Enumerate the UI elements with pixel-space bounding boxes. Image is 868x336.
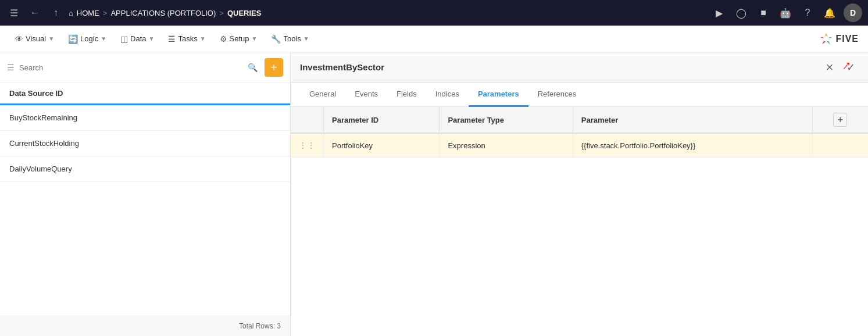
sidebar: ☰ 🔍 + Data Source ID BuyStockRemaining C…: [0, 52, 291, 336]
panel-header: InvestmentBySector × ✓: [291, 52, 868, 83]
stop-icon[interactable]: ■: [755, 5, 771, 21]
robot-icon[interactable]: 🤖: [777, 5, 794, 21]
grid-icon: ◫: [120, 34, 128, 44]
five-logo-icon: [819, 32, 833, 46]
tab-fields[interactable]: Fields: [387, 83, 426, 107]
top-nav: ☰ ← ↑ ⌂ HOME > APPLICATIONS (PORTFOLIO) …: [0, 0, 868, 26]
tabs-bar: General Events Fields Indices Parameters…: [291, 83, 868, 107]
five-logo-text: FIVE: [835, 34, 859, 44]
tools-chevron: ▼: [303, 35, 309, 42]
nav-tasks[interactable]: ☰ Tasks ▼: [162, 31, 211, 47]
nav-tools[interactable]: 🔧 Tools ▼: [265, 31, 315, 47]
eye-icon: 👁: [15, 34, 23, 44]
col-parameter: Parameter: [573, 107, 812, 133]
data-chevron: ▼: [149, 35, 155, 42]
nav-visual-label: Visual: [26, 34, 46, 43]
second-nav: 👁 Visual ▼ 🔄 Logic ▼ ◫ Data ▼ ☰ Tasks ▼ …: [0, 26, 868, 52]
nav-tasks-label: Tasks: [178, 34, 197, 43]
drag-handle-icon[interactable]: ⋮⋮: [299, 141, 315, 150]
tools-icon: 🔧: [271, 34, 281, 44]
row-action-cell: [812, 133, 868, 158]
right-panel: InvestmentBySector × ✓ ↑ General Events …: [291, 52, 868, 336]
nav-data-label: Data: [130, 34, 146, 43]
list-item[interactable]: DailyVolumeQuery: [0, 156, 290, 182]
sidebar-search-bar: ☰ 🔍 +: [0, 52, 290, 83]
gear-icon: ⚙: [220, 34, 227, 44]
logic-icon: 🔄: [68, 34, 78, 44]
nav-tools-label: Tools: [283, 34, 301, 43]
menu-icon[interactable]: ☰: [6, 5, 22, 21]
panel-title: InvestmentBySector: [300, 62, 821, 72]
add-row-button[interactable]: +: [833, 113, 847, 127]
tab-events[interactable]: Events: [345, 83, 387, 107]
nav-setup[interactable]: ⚙ Setup ▼: [214, 31, 263, 47]
main-area: ☰ 🔍 + Data Source ID BuyStockRemaining C…: [0, 52, 868, 336]
sidebar-footer: Total Rows: 3: [0, 316, 290, 336]
top-right-icons: ▶ ◯ ■ 🤖 ? 🔔 D: [711, 3, 862, 22]
list-item[interactable]: CurrentStockHolding: [0, 131, 290, 156]
search-icon[interactable]: 🔍: [248, 63, 258, 72]
table-row[interactable]: ⋮⋮ PortfolioKey Expression {{five.stack.…: [291, 133, 868, 158]
search-input[interactable]: [19, 63, 243, 72]
sidebar-list: BuyStockRemaining CurrentStockHolding Da…: [0, 105, 290, 316]
parameter-value-cell[interactable]: {{five.stack.Portfolio.PortfolioKey}}: [573, 133, 812, 158]
breadcrumb: ⌂ HOME > APPLICATIONS (PORTFOLIO) > QUER…: [69, 9, 706, 17]
drag-cell: ⋮⋮: [291, 133, 324, 158]
avatar[interactable]: D: [844, 3, 862, 22]
home-icon: ⌂: [69, 9, 73, 17]
col-parameter-type: Parameter Type: [440, 107, 573, 133]
tab-parameters[interactable]: Parameters: [469, 83, 528, 107]
back-icon[interactable]: ←: [27, 5, 43, 21]
table-area: Parameter ID Parameter Type Parameter + …: [291, 107, 868, 336]
setup-chevron: ▼: [252, 35, 258, 42]
nav-logic[interactable]: 🔄 Logic ▼: [62, 31, 112, 47]
parameter-type-cell[interactable]: Expression: [440, 133, 573, 158]
visual-chevron: ▼: [48, 35, 54, 42]
panel-actions: × ✓: [821, 59, 859, 76]
filter-icon: ☰: [7, 63, 15, 72]
breadcrumb-sep2: >: [219, 9, 224, 17]
nav-data[interactable]: ◫ Data ▼: [115, 31, 160, 47]
table-header-row: Parameter ID Parameter Type Parameter +: [291, 107, 868, 133]
list-item[interactable]: BuyStockRemaining: [0, 105, 290, 131]
tasks-icon: ☰: [168, 34, 176, 44]
play-icon[interactable]: ▶: [711, 5, 727, 21]
nav-setup-label: Setup: [230, 34, 249, 43]
col-parameter-id: Parameter ID: [324, 107, 440, 133]
panel-header-wrapper: InvestmentBySector × ✓ ↑: [291, 52, 868, 83]
tab-references[interactable]: References: [528, 83, 585, 107]
tab-indices[interactable]: Indices: [426, 83, 469, 107]
tab-general[interactable]: General: [300, 83, 345, 107]
sidebar-column-header: Data Source ID: [0, 83, 290, 105]
col-drag: [291, 107, 324, 133]
nav-visual[interactable]: 👁 Visual ▼: [9, 31, 60, 47]
five-logo: FIVE: [819, 32, 859, 46]
current-page: QUERIES: [227, 9, 262, 17]
forward-icon[interactable]: ↑: [48, 5, 64, 21]
nav-logic-label: Logic: [80, 34, 98, 43]
home-link[interactable]: HOME: [77, 9, 99, 17]
col-add: +: [812, 107, 868, 133]
logic-chevron: ▼: [101, 35, 106, 42]
parameter-id-cell[interactable]: PortfolioKey: [324, 133, 440, 158]
add-button[interactable]: +: [265, 58, 283, 77]
bell-icon[interactable]: 🔔: [821, 5, 838, 21]
help-icon[interactable]: ?: [799, 5, 816, 21]
confirm-button[interactable]: ✓: [842, 59, 859, 76]
tasks-chevron: ▼: [200, 35, 206, 42]
app-link[interactable]: APPLICATIONS (PORTFOLIO): [110, 9, 216, 17]
breadcrumb-sep1: >: [103, 9, 108, 17]
parameters-table: Parameter ID Parameter Type Parameter + …: [291, 107, 868, 158]
nav-menu-items: 👁 Visual ▼ 🔄 Logic ▼ ◫ Data ▼ ☰ Tasks ▼ …: [9, 31, 315, 47]
circle-icon[interactable]: ◯: [733, 5, 749, 21]
close-button[interactable]: ×: [821, 59, 838, 76]
